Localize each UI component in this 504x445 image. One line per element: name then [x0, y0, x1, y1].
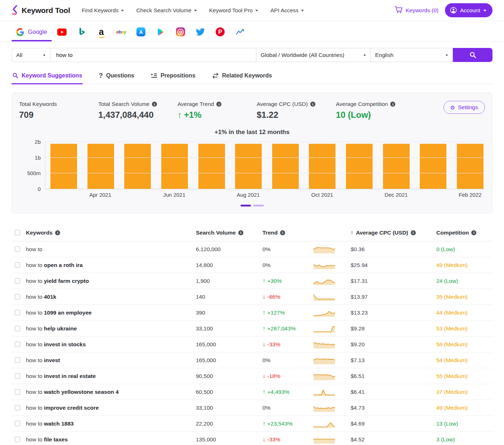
- chart-bar[interactable]: [272, 144, 299, 189]
- platform-tab-app-store[interactable]: A: [131, 23, 151, 41]
- search-icon: [469, 52, 476, 58]
- select-all-checkbox[interactable]: [15, 230, 20, 235]
- language-select[interactable]: English: [371, 48, 453, 62]
- tab-related-keywords[interactable]: Related Keywords: [211, 69, 273, 84]
- cpc-cell: $7.13: [351, 357, 436, 364]
- info-icon[interactable]: i: [280, 230, 285, 235]
- keyword-tool-logo[interactable]: Keyword Tool: [12, 4, 70, 17]
- chart-bar-column: [420, 142, 446, 189]
- platform-tab-bing[interactable]: [72, 23, 91, 41]
- chart-carousel-dots: [19, 205, 485, 206]
- info-icon[interactable]: i: [238, 230, 243, 235]
- chart-bar[interactable]: [50, 144, 77, 189]
- row-checkbox[interactable]: [15, 437, 20, 442]
- platform-tab-twitter[interactable]: [190, 23, 210, 41]
- chart-bar[interactable]: [457, 144, 483, 189]
- column-competition[interactable]: Competitioni: [436, 230, 492, 236]
- chart-bar[interactable]: [420, 144, 446, 189]
- search-button[interactable]: [453, 48, 492, 62]
- settings-button[interactable]: ⚙Settings: [444, 101, 485, 114]
- tab-label: Related Keywords: [222, 72, 272, 79]
- platform-tabs: GoogleaebayAP: [0, 23, 504, 41]
- table-row: how to help ukraine33,100↑+287,043%$9.28…: [12, 321, 492, 337]
- chart-bar[interactable]: [87, 144, 114, 189]
- nav-item-check-search-volume[interactable]: Check Search Volume: [136, 7, 197, 14]
- chart-bar[interactable]: [235, 144, 262, 189]
- column-trend[interactable]: Trendi: [262, 230, 313, 236]
- cart-button[interactable]: Keywords (0): [395, 6, 438, 15]
- column-search-volume[interactable]: Search Volumei: [196, 230, 262, 236]
- tab-keyword-suggestions[interactable]: Keyword Suggestions: [12, 69, 83, 84]
- info-icon[interactable]: i: [152, 102, 157, 107]
- search-volume-cell: 33,100: [196, 325, 262, 332]
- competition-cell: 37 (Medium): [436, 389, 492, 395]
- platform-tab-youtube[interactable]: [52, 23, 72, 41]
- column-average-cpc[interactable]: ↑ Average CPC (USD)i: [351, 230, 436, 236]
- nav-item-api-access[interactable]: API Access: [270, 7, 304, 14]
- row-checkbox[interactable]: [15, 262, 20, 268]
- row-checkbox[interactable]: [15, 294, 20, 299]
- chart-bar[interactable]: [383, 144, 410, 189]
- chart-bar[interactable]: [198, 144, 225, 189]
- competition-cell: 24 (Low): [436, 278, 492, 284]
- platform-tab-ebay[interactable]: ebay: [111, 23, 131, 41]
- pinterest-icon: P: [216, 27, 225, 36]
- arrow-up-icon: ↑: [262, 309, 266, 316]
- table-row: how to yield farm crypto1,900↑+30%$17.31…: [12, 273, 492, 289]
- x-axis-label: Jun 2021: [161, 192, 188, 199]
- platform-tab-amazon[interactable]: a: [91, 23, 111, 41]
- platform-tab-play-store[interactable]: [151, 23, 171, 41]
- search-scope-select[interactable]: All: [12, 48, 50, 62]
- nav-item-keyword-tool-pro[interactable]: Keyword Tool Pro: [209, 7, 258, 14]
- chart-bar[interactable]: [309, 144, 336, 189]
- chart-bar[interactable]: [124, 144, 151, 189]
- row-checkbox[interactable]: [15, 246, 20, 252]
- sparkline: [313, 324, 351, 333]
- cpc-cell: $13.97: [351, 294, 436, 300]
- gridline: [45, 189, 485, 189]
- carousel-dot[interactable]: [253, 205, 264, 206]
- platform-tab-pinterest[interactable]: P: [210, 23, 230, 41]
- tab-questions[interactable]: ?Questions: [98, 69, 135, 84]
- info-icon[interactable]: i: [471, 230, 476, 235]
- platform-tab-google-trends[interactable]: [230, 23, 250, 41]
- info-icon[interactable]: i: [216, 102, 221, 107]
- chart-bar-column: [87, 142, 114, 189]
- carousel-dot[interactable]: [240, 205, 251, 206]
- country-select[interactable]: Global / Worldwide (All Countries): [256, 48, 371, 62]
- competition-cell: 44 (Medium): [436, 310, 492, 316]
- tab-prepositions[interactable]: Prepositions: [150, 69, 196, 84]
- column-keywords[interactable]: Keywordsi: [26, 230, 196, 236]
- row-checkbox[interactable]: [15, 357, 20, 363]
- row-checkbox[interactable]: [15, 405, 20, 410]
- chart-bar[interactable]: [161, 144, 188, 189]
- info-icon[interactable]: i: [411, 230, 416, 235]
- keyword-cell: how to watch yellowstone season 4: [26, 389, 196, 395]
- info-icon[interactable]: i: [310, 102, 315, 107]
- row-checkbox[interactable]: [15, 326, 20, 331]
- search-volume-cell: 165,000: [196, 357, 262, 364]
- row-checkbox[interactable]: [15, 389, 20, 395]
- keyword-cell: how to invest in stocks: [26, 341, 196, 348]
- search-volume-cell: 140: [196, 294, 262, 300]
- app-store-icon: A: [136, 27, 145, 36]
- competition-cell: 13 (Low): [436, 420, 492, 427]
- platform-tab-instagram[interactable]: [171, 23, 190, 41]
- row-checkbox[interactable]: [15, 278, 20, 284]
- competition-cell: 3 (Low): [436, 436, 492, 443]
- search-input[interactable]: [51, 52, 255, 58]
- row-checkbox[interactable]: [15, 373, 20, 379]
- nav-item-find-keywords[interactable]: Find Keywords: [82, 7, 124, 14]
- info-icon[interactable]: i: [55, 230, 60, 235]
- sparkline: [313, 403, 351, 413]
- row-checkbox[interactable]: [15, 310, 20, 315]
- search-volume-cell: 90,500: [196, 373, 262, 379]
- stat-value: 709: [19, 110, 98, 120]
- row-checkbox[interactable]: [15, 342, 20, 347]
- info-icon[interactable]: i: [390, 102, 395, 107]
- account-button[interactable]: Account: [445, 3, 492, 17]
- chart-plot: [45, 142, 485, 189]
- chart-bar[interactable]: [346, 144, 373, 189]
- row-checkbox[interactable]: [15, 421, 20, 426]
- platform-tab-google[interactable]: Google: [12, 23, 52, 41]
